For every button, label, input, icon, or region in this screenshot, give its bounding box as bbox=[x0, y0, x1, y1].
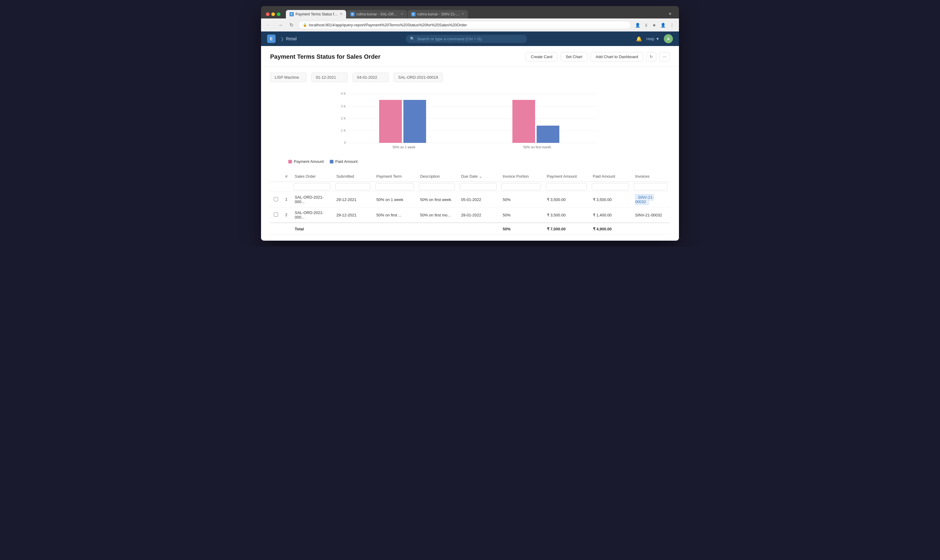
table-filter-row bbox=[270, 182, 670, 192]
filter-submitted[interactable] bbox=[335, 183, 370, 191]
add-chart-to-dashboard-button[interactable]: Add Chart to Dashboard bbox=[590, 52, 643, 62]
search-icon: 🔍 bbox=[410, 37, 415, 41]
cell-invoices-1: SINV-21-00032 bbox=[632, 207, 670, 223]
row-checkbox-cell-1 bbox=[270, 207, 282, 223]
notification-bell[interactable]: 🔔 bbox=[636, 36, 642, 42]
set-chart-button[interactable]: Set Chart bbox=[561, 52, 587, 62]
filter-paid-amount[interactable] bbox=[592, 183, 629, 191]
row-checkbox-cell-0 bbox=[270, 192, 282, 207]
tab-close-tab3[interactable]: ✕ bbox=[462, 12, 464, 16]
menu-icon[interactable]: ⋮ bbox=[669, 22, 675, 29]
filter-field-0[interactable]: LISP Machine bbox=[270, 73, 307, 82]
cell-paid-amount-0: ₹ 3,500.00 bbox=[589, 192, 632, 207]
col-header-sales-order: Sales Order bbox=[291, 171, 333, 182]
app-logo[interactable]: E bbox=[267, 34, 276, 43]
cell-description-1: 50% on first mo... bbox=[416, 207, 457, 223]
total-label: Total bbox=[291, 223, 333, 235]
col-header-invoice-portion: Invoice Portion bbox=[499, 171, 543, 182]
minimize-button[interactable] bbox=[271, 12, 275, 16]
account-icon[interactable]: 👤 bbox=[659, 22, 667, 29]
report-content: LISP Machine01-12-202104-01-2022SAL-ORD-… bbox=[261, 66, 679, 241]
col-header-due-date[interactable]: Due Date ⌄ bbox=[457, 171, 499, 182]
table-row: 1 SAL-ORD-2021-000... 29-12-2021 50% on … bbox=[270, 192, 670, 207]
refresh-button[interactable]: ↻ bbox=[646, 52, 656, 62]
tab-title-tab1: Payment Terms Status for Sale... bbox=[296, 12, 338, 16]
cell-payment-amount-0: ₹ 3,500.00 bbox=[543, 192, 589, 207]
cell-paid-amount-1: ₹ 1,400.00 bbox=[589, 207, 632, 223]
navbar-actions: 🔔 Help ▼ A bbox=[636, 34, 673, 43]
filter-payment-term[interactable] bbox=[375, 183, 414, 191]
search-bar[interactable]: 🔍 Search or type a command (Ctrl + G) bbox=[406, 35, 527, 43]
forward-button[interactable]: → bbox=[276, 22, 285, 28]
total-payment-amount: ₹ 7,000.00 bbox=[543, 223, 589, 235]
col-header-paid-amount: Paid Amount bbox=[589, 171, 632, 182]
tab-tab3[interactable]: E ruthra kumar - SINV-21-00032 ✕ bbox=[408, 10, 468, 18]
breadcrumb: ❯ Retail bbox=[280, 36, 297, 41]
legend-paid-amount: Paid Amount bbox=[330, 159, 358, 164]
row-checkbox-0[interactable] bbox=[274, 197, 278, 201]
svg-text:50% on 1 week: 50% on 1 week bbox=[393, 145, 416, 149]
cell-submitted-0: 29-12-2021 bbox=[333, 192, 373, 207]
download-icon[interactable]: ⇓ bbox=[643, 22, 649, 29]
maximize-button[interactable] bbox=[277, 12, 280, 16]
profile-icon[interactable]: 👤 bbox=[634, 22, 641, 29]
filter-field-1[interactable]: 01-12-2021 bbox=[311, 73, 348, 82]
filter-row: LISP Machine01-12-202104-01-2022SAL-ORD-… bbox=[270, 73, 670, 82]
tab-icon-tab3: E bbox=[411, 12, 416, 16]
chart-svg: 4 K 3 K 2 K 1 K 0 bbox=[270, 89, 670, 156]
bookmark-icon[interactable]: ★ bbox=[651, 22, 658, 29]
filter-invoices[interactable] bbox=[634, 183, 667, 191]
breadcrumb-separator: ❯ bbox=[280, 36, 284, 41]
help-button[interactable]: Help ▼ bbox=[646, 37, 660, 41]
filter-due-date[interactable] bbox=[460, 183, 497, 191]
col-header-num: # bbox=[282, 171, 291, 182]
user-avatar[interactable]: A bbox=[664, 34, 673, 43]
table-header-row: # Sales Order Submitted Payment Term Des… bbox=[270, 171, 670, 182]
filter-description[interactable] bbox=[419, 183, 455, 191]
lock-icon: 🔒 bbox=[303, 23, 307, 27]
tab-icon-tab1: E bbox=[290, 12, 294, 16]
chart-legend: Payment Amount Paid Amount bbox=[288, 159, 670, 164]
cell-due-date-0: 05-01-2022 bbox=[457, 192, 499, 207]
invoice-text-1: SINV-21-00032 bbox=[635, 213, 662, 217]
reload-button[interactable]: ↻ bbox=[288, 22, 295, 28]
svg-text:1 K: 1 K bbox=[341, 129, 346, 132]
table-total-row: Total 50% ₹ 7,000.00 ₹ 4,900.00 bbox=[270, 223, 670, 235]
filter-field-3[interactable]: SAL-ORD-2021-00019 bbox=[394, 73, 443, 82]
total-paid-amount: ₹ 4,900.00 bbox=[589, 223, 632, 235]
data-table: # Sales Order Submitted Payment Term Des… bbox=[270, 171, 670, 235]
tab-icon-tab2: E bbox=[350, 12, 354, 16]
app-content: E ❯ Retail 🔍 Search or type a command (C… bbox=[261, 31, 679, 241]
select-all-header bbox=[270, 171, 282, 182]
svg-text:50% on first month: 50% on first month bbox=[523, 145, 551, 149]
cell-description-0: 50% on first week. bbox=[416, 192, 457, 207]
cell-invoice-portion-0: 50% bbox=[499, 192, 543, 207]
table-row: 2 SAL-ORD-2021-000... 29-12-2021 50% on … bbox=[270, 207, 670, 223]
tab-tab1[interactable]: E Payment Terms Status for Sale... ✕ bbox=[286, 10, 346, 18]
browser-window: E Payment Terms Status for Sale... ✕ E r… bbox=[261, 6, 679, 241]
filter-sales-order[interactable] bbox=[293, 183, 330, 191]
new-tab-button[interactable]: + bbox=[666, 10, 674, 18]
breadcrumb-retail[interactable]: Retail bbox=[286, 36, 297, 41]
row-checkbox-1[interactable] bbox=[274, 212, 278, 217]
url-bar[interactable]: 🔒 localhost:8014/app/query-report/Paymen… bbox=[298, 21, 631, 29]
bar-group1-paid bbox=[404, 100, 426, 143]
back-button[interactable]: ← bbox=[265, 22, 273, 28]
tabs-bar: E Payment Terms Status for Sale... ✕ E r… bbox=[286, 10, 663, 18]
filter-payment-amount[interactable] bbox=[546, 183, 587, 191]
invoice-link-0[interactable]: SINV-21-00032 bbox=[635, 194, 654, 205]
cell-payment-term-1: 50% on first ... bbox=[373, 207, 416, 223]
tab-close-tab2[interactable]: ✕ bbox=[401, 12, 404, 16]
filter-field-2[interactable]: 04-01-2022 bbox=[353, 73, 389, 82]
create-card-button[interactable]: Create Card bbox=[526, 52, 558, 62]
close-button[interactable] bbox=[266, 12, 270, 16]
cell-sales-order-1: SAL-ORD-2021-000... bbox=[291, 207, 333, 223]
tab-close-tab1[interactable]: ✕ bbox=[340, 12, 342, 16]
tab-tab2[interactable]: E ruthra kumar - SAL-ORD-2021... ✕ bbox=[347, 10, 407, 18]
chevron-down-icon: ▼ bbox=[656, 37, 660, 41]
filter-invoice-portion[interactable] bbox=[501, 183, 541, 191]
browser-title-bar: E Payment Terms Status for Sale... ✕ E r… bbox=[261, 6, 679, 18]
legend-payment-dot bbox=[288, 160, 292, 163]
more-options-button[interactable]: ⋯ bbox=[659, 52, 670, 62]
cell-payment-term-0: 50% on 1 week bbox=[373, 192, 416, 207]
